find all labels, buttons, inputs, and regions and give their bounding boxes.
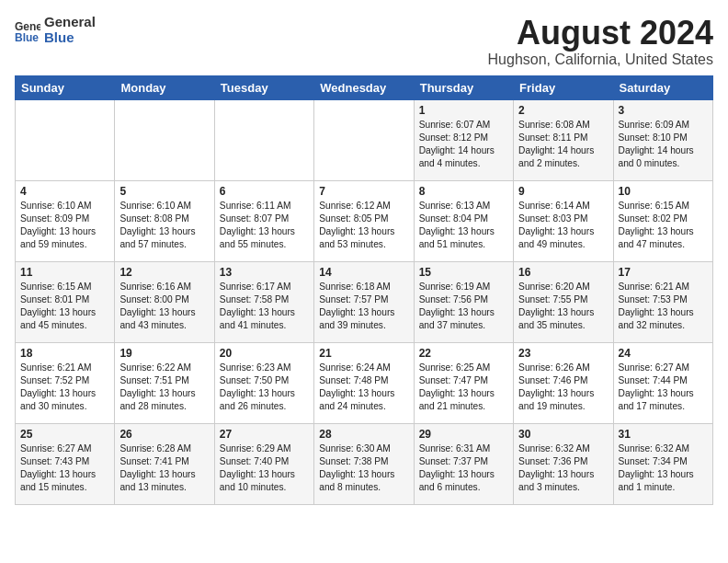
- calendar-cell-w5-d6: 30Sunrise: 6:32 AM Sunset: 7:36 PM Dayli…: [514, 423, 613, 504]
- header-monday: Monday: [115, 75, 214, 99]
- day-info: Sunrise: 6:29 AM Sunset: 7:40 PM Dayligh…: [220, 442, 309, 495]
- day-info: Sunrise: 6:32 AM Sunset: 7:36 PM Dayligh…: [518, 442, 608, 495]
- calendar-cell-w2-d1: 4Sunrise: 6:10 AM Sunset: 8:09 PM Daylig…: [16, 180, 115, 261]
- header-wednesday: Wednesday: [314, 75, 414, 99]
- weekday-header-row: Sunday Monday Tuesday Wednesday Thursday…: [16, 75, 713, 99]
- day-number: 17: [619, 266, 708, 279]
- day-number: 3: [619, 104, 708, 117]
- calendar-cell-w3-d6: 16Sunrise: 6:20 AM Sunset: 7:55 PM Dayli…: [514, 261, 613, 342]
- day-info: Sunrise: 6:15 AM Sunset: 8:02 PM Dayligh…: [619, 200, 708, 252]
- week-row-3: 11Sunrise: 6:15 AM Sunset: 8:01 PM Dayli…: [16, 261, 713, 342]
- calendar-cell-w2-d4: 7Sunrise: 6:12 AM Sunset: 8:05 PM Daylig…: [314, 180, 414, 261]
- calendar-cell-w2-d5: 8Sunrise: 6:13 AM Sunset: 8:04 PM Daylig…: [414, 180, 513, 261]
- day-info: Sunrise: 6:14 AM Sunset: 8:03 PM Dayligh…: [518, 200, 608, 252]
- calendar-cell-w1-d4: [314, 99, 414, 180]
- day-number: 27: [220, 428, 309, 441]
- header-sunday: Sunday: [16, 75, 115, 99]
- day-number: 18: [20, 347, 109, 360]
- day-info: Sunrise: 6:10 AM Sunset: 8:08 PM Dayligh…: [119, 200, 209, 252]
- calendar-cell-w1-d2: [115, 99, 214, 180]
- day-number: 5: [119, 185, 209, 198]
- month-title: August 2024: [488, 15, 713, 52]
- day-info: Sunrise: 6:09 AM Sunset: 8:10 PM Dayligh…: [619, 119, 708, 171]
- day-number: 19: [119, 347, 209, 360]
- day-info: Sunrise: 6:23 AM Sunset: 7:50 PM Dayligh…: [220, 362, 309, 414]
- day-number: 13: [220, 266, 309, 279]
- day-number: 24: [619, 347, 708, 360]
- day-number: 15: [419, 266, 508, 279]
- day-number: 30: [518, 428, 608, 441]
- day-number: 12: [119, 266, 209, 279]
- day-number: 25: [20, 428, 109, 441]
- day-info: Sunrise: 6:24 AM Sunset: 7:48 PM Dayligh…: [319, 362, 408, 414]
- day-info: Sunrise: 6:30 AM Sunset: 7:38 PM Dayligh…: [319, 442, 408, 495]
- day-info: Sunrise: 6:26 AM Sunset: 7:46 PM Dayligh…: [518, 362, 608, 414]
- calendar-title-area: August 2024 Hughson, California, United …: [488, 15, 713, 68]
- day-info: Sunrise: 6:11 AM Sunset: 8:07 PM Dayligh…: [220, 200, 309, 252]
- calendar-cell-w4-d1: 18Sunrise: 6:21 AM Sunset: 7:52 PM Dayli…: [16, 342, 115, 423]
- day-info: Sunrise: 6:20 AM Sunset: 7:55 PM Dayligh…: [518, 281, 608, 333]
- day-info: Sunrise: 6:12 AM Sunset: 8:05 PM Dayligh…: [319, 200, 408, 252]
- day-number: 16: [518, 266, 608, 279]
- logo-blue-text: Blue: [44, 30, 96, 46]
- calendar-cell-w1-d5: 1Sunrise: 6:07 AM Sunset: 8:12 PM Daylig…: [414, 99, 513, 180]
- calendar-cell-w4-d6: 23Sunrise: 6:26 AM Sunset: 7:46 PM Dayli…: [514, 342, 613, 423]
- day-number: 22: [419, 347, 508, 360]
- calendar-cell-w3-d2: 12Sunrise: 6:16 AM Sunset: 8:00 PM Dayli…: [115, 261, 214, 342]
- week-row-2: 4Sunrise: 6:10 AM Sunset: 8:09 PM Daylig…: [16, 180, 713, 261]
- calendar-cell-w3-d3: 13Sunrise: 6:17 AM Sunset: 7:58 PM Dayli…: [214, 261, 313, 342]
- svg-text:Blue: Blue: [15, 31, 39, 43]
- calendar-cell-w4-d2: 19Sunrise: 6:22 AM Sunset: 7:51 PM Dayli…: [115, 342, 214, 423]
- day-info: Sunrise: 6:16 AM Sunset: 8:00 PM Dayligh…: [119, 281, 209, 333]
- day-info: Sunrise: 6:25 AM Sunset: 7:47 PM Dayligh…: [419, 362, 508, 414]
- calendar-cell-w3-d1: 11Sunrise: 6:15 AM Sunset: 8:01 PM Dayli…: [16, 261, 115, 342]
- header-friday: Friday: [514, 75, 613, 99]
- calendar-cell-w4-d5: 22Sunrise: 6:25 AM Sunset: 7:47 PM Dayli…: [414, 342, 513, 423]
- day-number: 21: [319, 347, 408, 360]
- page-header: General Blue General Blue August 2024 Hu…: [15, 15, 713, 68]
- day-info: Sunrise: 6:17 AM Sunset: 7:58 PM Dayligh…: [220, 281, 309, 333]
- week-row-5: 25Sunrise: 6:27 AM Sunset: 7:43 PM Dayli…: [16, 423, 713, 504]
- day-number: 8: [419, 185, 508, 198]
- day-number: 23: [518, 347, 608, 360]
- calendar-cell-w5-d4: 28Sunrise: 6:30 AM Sunset: 7:38 PM Dayli…: [314, 423, 414, 504]
- week-row-4: 18Sunrise: 6:21 AM Sunset: 7:52 PM Dayli…: [16, 342, 713, 423]
- day-info: Sunrise: 6:21 AM Sunset: 7:53 PM Dayligh…: [619, 281, 708, 333]
- calendar-cell-w4-d7: 24Sunrise: 6:27 AM Sunset: 7:44 PM Dayli…: [613, 342, 712, 423]
- calendar-cell-w5-d3: 27Sunrise: 6:29 AM Sunset: 7:40 PM Dayli…: [214, 423, 313, 504]
- logo-general-text: General: [44, 15, 96, 30]
- day-info: Sunrise: 6:31 AM Sunset: 7:37 PM Dayligh…: [419, 442, 508, 495]
- calendar-cell-w2-d6: 9Sunrise: 6:14 AM Sunset: 8:03 PM Daylig…: [514, 180, 613, 261]
- day-info: Sunrise: 6:19 AM Sunset: 7:56 PM Dayligh…: [419, 281, 508, 333]
- calendar-cell-w5-d7: 31Sunrise: 6:32 AM Sunset: 7:34 PM Dayli…: [613, 423, 712, 504]
- day-info: Sunrise: 6:08 AM Sunset: 8:11 PM Dayligh…: [518, 119, 608, 171]
- day-number: 31: [619, 428, 708, 441]
- day-info: Sunrise: 6:27 AM Sunset: 7:44 PM Dayligh…: [619, 362, 708, 414]
- day-number: 26: [119, 428, 209, 441]
- header-tuesday: Tuesday: [214, 75, 313, 99]
- calendar-cell-w2-d3: 6Sunrise: 6:11 AM Sunset: 8:07 PM Daylig…: [214, 180, 313, 261]
- day-info: Sunrise: 6:22 AM Sunset: 7:51 PM Dayligh…: [119, 362, 209, 414]
- day-number: 10: [619, 185, 708, 198]
- day-info: Sunrise: 6:28 AM Sunset: 7:41 PM Dayligh…: [119, 442, 209, 495]
- day-number: 6: [220, 185, 309, 198]
- day-number: 2: [518, 104, 608, 117]
- calendar-cell-w3-d5: 15Sunrise: 6:19 AM Sunset: 7:56 PM Dayli…: [414, 261, 513, 342]
- calendar-cell-w1-d1: [16, 99, 115, 180]
- calendar-cell-w4-d3: 20Sunrise: 6:23 AM Sunset: 7:50 PM Dayli…: [214, 342, 313, 423]
- day-number: 1: [419, 104, 508, 117]
- day-number: 9: [518, 185, 608, 198]
- day-info: Sunrise: 6:07 AM Sunset: 8:12 PM Dayligh…: [419, 119, 508, 171]
- day-info: Sunrise: 6:13 AM Sunset: 8:04 PM Dayligh…: [419, 200, 508, 252]
- header-saturday: Saturday: [613, 75, 712, 99]
- week-row-1: 1Sunrise: 6:07 AM Sunset: 8:12 PM Daylig…: [16, 99, 713, 180]
- calendar-cell-w3-d7: 17Sunrise: 6:21 AM Sunset: 7:53 PM Dayli…: [613, 261, 712, 342]
- calendar-cell-w5-d5: 29Sunrise: 6:31 AM Sunset: 7:37 PM Dayli…: [414, 423, 513, 504]
- calendar-cell-w3-d4: 14Sunrise: 6:18 AM Sunset: 7:57 PM Dayli…: [314, 261, 414, 342]
- day-number: 28: [319, 428, 408, 441]
- day-number: 4: [20, 185, 109, 198]
- day-number: 14: [319, 266, 408, 279]
- day-info: Sunrise: 6:18 AM Sunset: 7:57 PM Dayligh…: [319, 281, 408, 333]
- calendar-cell-w1-d3: [214, 99, 313, 180]
- logo-icon: General Blue: [15, 17, 40, 43]
